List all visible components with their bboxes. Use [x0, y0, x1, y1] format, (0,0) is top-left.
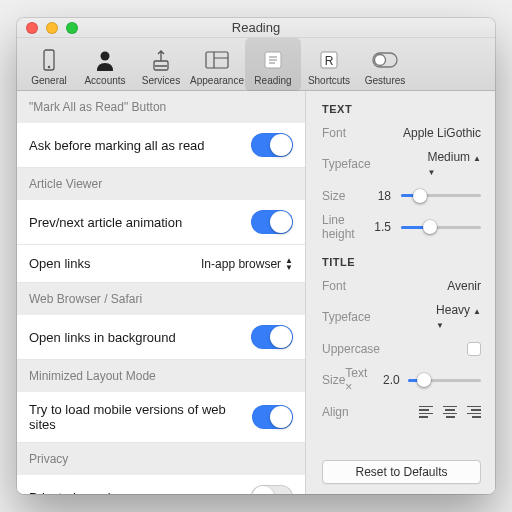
section-header: Web Browser / Safari	[17, 283, 305, 315]
svg-point-2	[101, 52, 110, 61]
row-open-links[interactable]: Open links In-app browser▲▼	[17, 245, 305, 283]
tab-appearance[interactable]: Appearance	[189, 38, 245, 91]
row-open-bg: Open links in background	[17, 315, 305, 360]
preferences-window: Reading General Accounts Services Appear…	[17, 18, 495, 494]
toggle-ask-before-mark[interactable]	[251, 133, 293, 157]
tab-accounts[interactable]: Accounts	[77, 38, 133, 91]
gestures-icon	[372, 47, 398, 73]
text-size: Size18	[322, 187, 481, 204]
settings-list: "Mark All as Read" Button Ask before mar…	[17, 91, 305, 494]
toolbar: General Accounts Services Appearance Rea…	[17, 38, 495, 91]
body: "Mark All as Read" Button Ask before mar…	[17, 91, 495, 494]
services-icon	[151, 47, 171, 73]
reading-icon	[263, 47, 283, 73]
svg-point-1	[48, 66, 50, 68]
title-heading: TITLE	[322, 256, 481, 268]
text-typeface[interactable]: TypefaceMedium▲▼	[322, 150, 481, 178]
right-panel: TEXT FontApple LiGothic TypefaceMedium▲▼…	[305, 91, 495, 494]
toggle-private[interactable]	[251, 485, 293, 494]
shortcuts-icon: R	[319, 47, 339, 73]
accounts-icon	[95, 47, 115, 73]
window-title: Reading	[17, 20, 495, 35]
row-private: Private browsing	[17, 475, 305, 494]
align-group	[419, 406, 481, 418]
section-header: Article Viewer	[17, 168, 305, 200]
svg-rect-4	[206, 52, 228, 68]
row-ask-before-mark: Ask before marking all as read	[17, 123, 305, 168]
tab-gestures[interactable]: Gestures	[357, 38, 413, 91]
toggle-open-bg[interactable]	[251, 325, 293, 349]
svg-text:R: R	[325, 54, 334, 68]
title-font[interactable]: FontAvenir	[322, 277, 481, 294]
general-icon	[40, 47, 58, 73]
align-left-icon[interactable]	[419, 406, 433, 418]
text-font[interactable]: FontApple LiGothic	[322, 124, 481, 141]
row-animation: Prev/next article animation	[17, 200, 305, 245]
tab-reading[interactable]: Reading	[245, 38, 301, 91]
section-header: "Mark All as Read" Button	[17, 91, 305, 123]
svg-point-14	[375, 55, 386, 66]
section-header: Privacy	[17, 443, 305, 475]
title-size-slider[interactable]	[408, 379, 481, 382]
close-button[interactable]	[26, 22, 38, 34]
title-align: Align	[322, 403, 481, 420]
zoom-button[interactable]	[66, 22, 78, 34]
updown-icon: ▲▼	[285, 257, 293, 271]
text-lineheight: Line height1.5	[322, 213, 481, 241]
align-center-icon[interactable]	[443, 406, 457, 418]
title-size: SizeText ×2.0	[322, 366, 481, 394]
lineheight-slider[interactable]	[401, 226, 481, 229]
titlebar: Reading	[17, 18, 495, 38]
text-heading: TEXT	[322, 103, 481, 115]
tab-general[interactable]: General	[21, 38, 77, 91]
tab-services[interactable]: Services	[133, 38, 189, 91]
uppercase-checkbox[interactable]	[467, 342, 481, 356]
toggle-animation[interactable]	[251, 210, 293, 234]
title-uppercase: Uppercase	[322, 340, 481, 357]
toggle-mobile[interactable]	[252, 405, 293, 429]
traffic-lights	[17, 22, 78, 34]
appearance-icon	[205, 47, 229, 73]
title-typeface[interactable]: TypefaceHeavy▲▼	[322, 303, 481, 331]
tab-shortcuts[interactable]: R Shortcuts	[301, 38, 357, 91]
align-right-icon[interactable]	[467, 406, 481, 418]
row-mobile: Try to load mobile versions of web sites	[17, 392, 305, 443]
size-slider[interactable]	[401, 194, 481, 197]
minimize-button[interactable]	[46, 22, 58, 34]
open-links-value: In-app browser▲▼	[201, 257, 293, 271]
reset-button[interactable]: Reset to Defaults	[322, 460, 481, 484]
section-header: Minimized Layout Mode	[17, 360, 305, 392]
